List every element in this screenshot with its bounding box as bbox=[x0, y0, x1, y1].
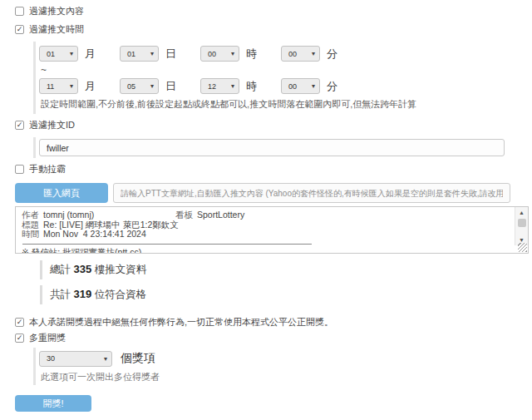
chevron-down-icon: ▾ bbox=[312, 50, 315, 57]
time-range-hint: 設定時間範圍,不分前後,前後設定起點或終點都可以,推文時間落在範圍內即可,但無法… bbox=[41, 98, 532, 111]
prize-count-hint: 此選項可一次開出多位得獎者 bbox=[41, 371, 532, 383]
start-minute-select[interactable]: 00▾ bbox=[281, 46, 320, 62]
prize-count-value: 30 bbox=[47, 354, 55, 363]
hour-unit-label: 時 bbox=[246, 79, 257, 94]
draw-button[interactable]: 開獎! bbox=[15, 395, 91, 412]
start-day-select[interactable]: 01▾ bbox=[120, 46, 159, 62]
filter-id-block bbox=[33, 137, 532, 158]
promise-row: 本人承諾開獎過程中絕無任何作弊行為,一切正常使用本程式公平公正開獎。 bbox=[15, 316, 532, 329]
filter-id-checkbox[interactable] bbox=[15, 121, 24, 130]
board-value: SportLottery bbox=[197, 210, 244, 220]
end-day-select[interactable]: 05▾ bbox=[120, 78, 159, 94]
lottery-tool-page: 過濾推文內容 過濾推文時間 01▾ 月 01▾ 日 00▾ bbox=[0, 0, 532, 420]
resize-handle-icon[interactable] bbox=[518, 243, 527, 252]
total-prefix: 總計 bbox=[50, 264, 73, 275]
article-separator bbox=[22, 244, 312, 245]
chevron-down-icon: ▾ bbox=[70, 82, 73, 90]
manual-slot-label: 手動拉霸 bbox=[29, 163, 66, 175]
qualified-prefix: 共計 bbox=[50, 289, 73, 300]
time-range-block: 01▾ 月 01▾ 日 00▾ 時 00▾ 分 bbox=[33, 42, 532, 114]
time-end-row: 11▾ 月 05▾ 日 12▾ 時 00▾ 分 bbox=[39, 77, 532, 95]
author-label: 作者 bbox=[22, 210, 39, 220]
end-month-value: 11 bbox=[47, 82, 54, 91]
prize-count-block: 30▾ 個獎項 此選項可一次開出多位得獎者 bbox=[33, 348, 532, 385]
minute-unit-label: 分 bbox=[327, 47, 337, 62]
time-label: 時間 bbox=[22, 230, 39, 240]
start-hour-value: 00 bbox=[208, 50, 216, 58]
start-month-value: 01 bbox=[47, 50, 55, 58]
chevron-down-icon: ▾ bbox=[231, 82, 234, 90]
multi-draw-row: 多重開獎 bbox=[15, 332, 532, 344]
end-minute-select[interactable]: 00▾ bbox=[281, 78, 320, 94]
article-textarea[interactable]: 作者tomnj (tomnj) 看板SportLottery 標題Re: [LI… bbox=[15, 206, 529, 254]
chevron-down-icon: ▾ bbox=[70, 50, 73, 57]
hour-unit-label: 時 bbox=[246, 47, 257, 62]
filter-id-label: 過濾推文ID bbox=[29, 119, 75, 131]
start-minute-value: 00 bbox=[288, 50, 297, 58]
total-pushes-stat: 總計 335 樓推文資料 bbox=[40, 260, 532, 279]
filter-time-row: 過濾推文時間 bbox=[15, 23, 532, 36]
filter-time-checkbox[interactable] bbox=[15, 25, 24, 34]
multi-draw-label: 多重開獎 bbox=[29, 332, 66, 344]
scroll-up-icon[interactable]: ▲ bbox=[515, 207, 528, 218]
scrollbar-thumb[interactable] bbox=[518, 219, 526, 227]
chevron-down-icon: ▾ bbox=[312, 82, 315, 90]
day-unit-label: 日 bbox=[165, 79, 176, 94]
import-row: 匯入網頁 bbox=[15, 183, 510, 203]
filter-time-label: 過濾推文時間 bbox=[29, 23, 84, 36]
manual-slot-row: 手動拉霸 bbox=[15, 163, 532, 175]
filter-content-label: 過濾推文內容 bbox=[29, 5, 84, 17]
article-content: 作者tomnj (tomnj) 看板SportLottery 標題Re: [LI… bbox=[16, 207, 514, 253]
total-suffix: 樓推文資料 bbox=[91, 264, 146, 275]
chevron-down-icon: ▾ bbox=[150, 82, 154, 90]
end-minute-value: 00 bbox=[288, 82, 297, 91]
promise-label: 本人承諾開獎過程中絕無任何作弊行為,一切正常使用本程式公平公正開獎。 bbox=[29, 316, 333, 329]
qualified-suffix: 位符合資格 bbox=[91, 289, 146, 300]
range-tilde: ~ bbox=[41, 64, 532, 76]
filter-content-checkbox[interactable] bbox=[15, 7, 24, 16]
multi-draw-checkbox[interactable] bbox=[15, 334, 24, 343]
minute-unit-label: 分 bbox=[327, 79, 337, 94]
start-hour-select[interactable]: 00▾ bbox=[200, 46, 239, 62]
start-day-value: 01 bbox=[127, 50, 135, 58]
month-unit-label: 月 bbox=[85, 79, 96, 94]
article-footer-partial: ※ 發信站: 批踢踢實業坊(ptt.cc) bbox=[22, 248, 141, 254]
filter-id-input[interactable] bbox=[39, 139, 505, 156]
end-month-select[interactable]: 11▾ bbox=[39, 78, 78, 94]
start-month-select[interactable]: 01▾ bbox=[39, 46, 78, 62]
chevron-down-icon: ▾ bbox=[231, 50, 234, 57]
textarea-scrollbar[interactable]: ▲ ▼ bbox=[515, 207, 528, 245]
chevron-down-icon: ▾ bbox=[150, 50, 154, 57]
time-start-row: 01▾ 月 01▾ 日 00▾ 時 00▾ 分 bbox=[39, 45, 532, 62]
qualified-count: 319 bbox=[73, 288, 91, 300]
prize-count-select[interactable]: 30▾ bbox=[39, 351, 112, 367]
end-hour-value: 12 bbox=[208, 82, 216, 91]
board-label: 看板 bbox=[175, 210, 193, 220]
end-hour-select[interactable]: 12▾ bbox=[200, 78, 239, 94]
chevron-down-icon: ▾ bbox=[104, 355, 107, 363]
qualified-stat: 共計 319 位符合資格 bbox=[40, 285, 532, 304]
prize-count-unit: 個獎項 bbox=[121, 351, 155, 366]
total-count: 335 bbox=[73, 263, 91, 275]
month-unit-label: 月 bbox=[85, 47, 96, 62]
article-url-input[interactable] bbox=[113, 183, 510, 203]
author-value: tomnj (tomnj) bbox=[43, 210, 94, 220]
promise-checkbox[interactable] bbox=[15, 318, 24, 327]
end-day-value: 05 bbox=[127, 82, 135, 91]
filter-id-row: 過濾推文ID bbox=[15, 119, 532, 131]
day-unit-label: 日 bbox=[165, 47, 176, 62]
import-url-button[interactable]: 匯入網頁 bbox=[15, 183, 108, 203]
manual-slot-checkbox[interactable] bbox=[15, 165, 24, 174]
time-value: Mon Nov 4 23:14:41 2024 bbox=[43, 230, 146, 240]
filter-content-row: 過濾推文內容 bbox=[15, 5, 532, 17]
